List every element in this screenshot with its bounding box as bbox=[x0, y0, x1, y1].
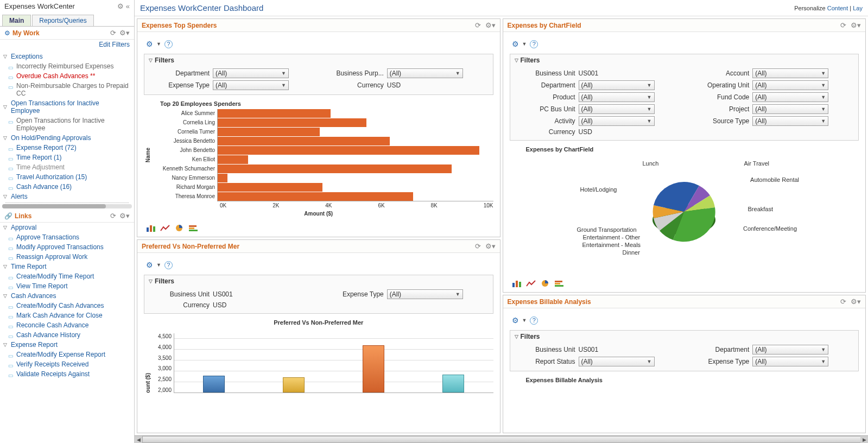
personalize-content-link[interactable]: Content bbox=[827, 5, 848, 11]
tree-item-create-expense[interactable]: Create/Modify Expense Report bbox=[0, 350, 134, 359]
svg-rect-9 bbox=[516, 281, 518, 287]
stacked-bar-icon[interactable] bbox=[554, 280, 564, 288]
tree-group-open-trans[interactable]: ▽Open Transactions for Inactive Employee bbox=[0, 98, 134, 116]
tree-group-on-hold[interactable]: ▽On Hold/Pending Approvals bbox=[0, 133, 134, 143]
tree-item-modify-approved[interactable]: Modify Approved Transactions bbox=[0, 242, 134, 252]
tree-item-time-adjustment[interactable]: Time Adjustment bbox=[0, 162, 134, 172]
tab-reports-queries[interactable]: Reports/Queries bbox=[32, 15, 93, 26]
tree-item-mark-cash[interactable]: Mark Cash Advance for Close bbox=[0, 311, 134, 320]
caret-down-icon[interactable]: ▼ bbox=[156, 41, 161, 47]
filter-label-activity: Activity bbox=[516, 117, 575, 125]
filter-select-project[interactable]: (All)▼ bbox=[752, 104, 828, 114]
filter-select-department[interactable]: (All)▼ bbox=[752, 345, 828, 355]
refresh-icon[interactable]: ⟳ bbox=[840, 21, 846, 29]
gear-dropdown-icon[interactable]: ⚙▾ bbox=[485, 21, 496, 29]
scroll-thumb[interactable] bbox=[142, 436, 861, 443]
bar-chart-icon[interactable] bbox=[512, 280, 522, 288]
gear-dropdown-icon[interactable]: ⚙▾ bbox=[119, 29, 130, 37]
filter-select-pc-bus-unit[interactable]: (All)▼ bbox=[579, 104, 655, 114]
filter-select-department[interactable]: (All)▼ bbox=[579, 80, 655, 90]
filter-select-account[interactable]: (All)▼ bbox=[752, 68, 828, 78]
gear-dropdown-icon[interactable]: ⚙▾ bbox=[485, 242, 496, 250]
tree-item-open-trans[interactable]: Open Transactions for Inactive Employee bbox=[0, 116, 134, 133]
filter-select-expense-type[interactable]: (All)▼ bbox=[387, 289, 463, 299]
filter-label-product: Product bbox=[516, 93, 575, 101]
filter-select-expense-type[interactable]: (All)▼ bbox=[752, 357, 828, 366]
refresh-icon[interactable]: ⟳ bbox=[110, 212, 116, 220]
tree-group-alerts[interactable]: ▽Alerts bbox=[0, 192, 134, 201]
link-icon: 🔗 bbox=[4, 212, 12, 220]
gear-dropdown-icon[interactable]: ⚙▾ bbox=[851, 21, 861, 29]
filter-select-activity[interactable]: (All)▼ bbox=[579, 116, 655, 126]
line-chart-icon[interactable] bbox=[526, 280, 536, 288]
gear-icon[interactable]: ⚙ bbox=[117, 2, 124, 10]
tree-group-time-report[interactable]: ▽Time Report bbox=[0, 262, 134, 271]
tree-item-reassign[interactable]: Reassign Approval Work bbox=[0, 252, 134, 262]
horizontal-scrollbar[interactable]: ◀ ▶ bbox=[135, 435, 868, 443]
filters-header[interactable]: ▽Filters bbox=[144, 54, 493, 66]
tree-item-time-report-1[interactable]: Time Report (1) bbox=[0, 153, 134, 162]
tree-group-exceptions[interactable]: ▽Exceptions bbox=[0, 52, 134, 61]
caret-down-icon[interactable]: ▼ bbox=[522, 41, 527, 47]
filter-select-business-purpose[interactable]: (All)▼ bbox=[387, 68, 463, 78]
tree-group-expense-report[interactable]: ▽Expense Report bbox=[0, 340, 134, 350]
tree-item-verify-receipts[interactable]: Verify Receipts Received bbox=[0, 359, 134, 369]
pie-label-conference: Conference/Meeting bbox=[743, 225, 797, 232]
gear-icon[interactable]: ⚙ bbox=[512, 40, 519, 48]
gear-dropdown-icon[interactable]: ⚙▾ bbox=[851, 298, 861, 306]
tree-item-reconcile-cash[interactable]: Reconcile Cash Advance bbox=[0, 320, 134, 330]
tab-main[interactable]: Main bbox=[2, 15, 31, 26]
tree-item-non-reimbursable[interactable]: Non-Reimbursable Charges to Prepaid CC bbox=[0, 81, 134, 98]
refresh-icon[interactable]: ⟳ bbox=[840, 298, 846, 306]
edit-filters-link[interactable]: Edit Filters bbox=[99, 41, 130, 48]
tree-item-create-time[interactable]: Create/Modify Time Report bbox=[0, 271, 134, 281]
bar-chart-icon[interactable] bbox=[146, 224, 156, 232]
filter-select-department[interactable]: (All)▼ bbox=[213, 68, 289, 78]
svg-rect-2 bbox=[153, 226, 155, 232]
gear-icon[interactable]: ⚙ bbox=[146, 261, 153, 269]
tree-item-travel-auth-15[interactable]: Travel Authorization (15) bbox=[0, 172, 134, 182]
refresh-icon[interactable]: ⟳ bbox=[475, 21, 481, 29]
help-icon[interactable]: ? bbox=[530, 40, 538, 48]
refresh-icon[interactable]: ⟳ bbox=[110, 29, 116, 37]
scroll-left-arrow[interactable]: ◀ bbox=[135, 436, 142, 443]
filter-select-fund-code[interactable]: (All)▼ bbox=[752, 92, 828, 102]
line-chart-icon[interactable] bbox=[160, 224, 170, 232]
filters-header[interactable]: ▽Filters bbox=[144, 275, 493, 287]
filter-select-operating-unit[interactable]: (All)▼ bbox=[752, 80, 828, 90]
help-icon[interactable]: ? bbox=[530, 317, 538, 325]
tree-item-cash-advance-16[interactable]: Cash Advance (16) bbox=[0, 182, 134, 192]
pie-chart-icon[interactable] bbox=[540, 280, 550, 288]
tree-item-validate-receipts[interactable]: Validate Receipts Against bbox=[0, 369, 134, 379]
refresh-icon[interactable]: ⟳ bbox=[475, 242, 481, 250]
tree-group-cash-advances[interactable]: ▽Cash Advances bbox=[0, 291, 134, 301]
filter-select-source-type[interactable]: (All)▼ bbox=[752, 116, 828, 126]
help-icon[interactable]: ? bbox=[164, 261, 173, 269]
gear-dropdown-icon[interactable]: ⚙▾ bbox=[119, 212, 130, 220]
tree-item-overdue-cash-advances[interactable]: Overdue Cash Advances ** bbox=[0, 71, 134, 81]
collapse-icon[interactable]: « bbox=[126, 2, 130, 10]
sidebar-scroll[interactable] bbox=[2, 204, 132, 208]
tree-item-approve-transactions[interactable]: Approve Transactions bbox=[0, 232, 134, 242]
stacked-bar-icon[interactable] bbox=[188, 224, 198, 232]
pie-chart-icon[interactable] bbox=[174, 224, 184, 232]
tree-group-approval[interactable]: ▽Approval bbox=[0, 223, 134, 232]
gear-icon[interactable]: ⚙ bbox=[512, 316, 519, 325]
caret-down-icon[interactable]: ▼ bbox=[156, 262, 161, 268]
filters-header[interactable]: ▽Filters bbox=[510, 331, 859, 343]
gear-icon[interactable]: ⚙ bbox=[146, 40, 153, 48]
tree-item-create-cash[interactable]: Create/Modify Cash Advances bbox=[0, 301, 134, 311]
filter-select-product[interactable]: (All)▼ bbox=[579, 92, 655, 102]
filter-select-expense-type[interactable]: (All)▼ bbox=[213, 80, 289, 90]
filters-header[interactable]: ▽Filters bbox=[510, 54, 859, 66]
personalize-layout-link[interactable]: Lay bbox=[853, 5, 863, 11]
svg-rect-14 bbox=[555, 285, 563, 287]
tree-item-expense-report-72[interactable]: Expense Report (72) bbox=[0, 143, 134, 153]
tree-item-cash-history[interactable]: Cash Advance History bbox=[0, 330, 134, 340]
caret-down-icon[interactable]: ▼ bbox=[522, 318, 527, 323]
tree-item-view-time[interactable]: View Time Report bbox=[0, 281, 134, 291]
scroll-right-arrow[interactable]: ▶ bbox=[860, 436, 868, 443]
help-icon[interactable]: ? bbox=[164, 40, 173, 48]
filter-select-report-status[interactable]: (All)▼ bbox=[579, 357, 655, 366]
tree-item-incorrectly-reimbursed[interactable]: Incorrectly Reimbursed Expenses bbox=[0, 61, 134, 71]
